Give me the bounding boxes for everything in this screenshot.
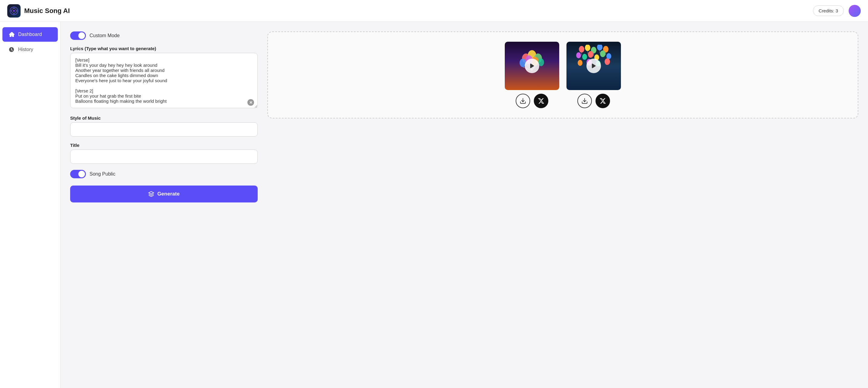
lyrics-label: Lyrics (Type what you want to generate) [70,46,258,51]
style-input[interactable]: Pop [70,122,258,137]
share-x-button-1[interactable] [534,94,548,108]
custom-mode-label: Custom Mode [90,33,120,38]
download-button-1[interactable] [516,94,530,108]
lyrics-input[interactable]: [Verse] Bill it's your day hey hey hey l… [70,53,258,108]
svg-point-30 [600,51,606,57]
custom-mode-toggle[interactable] [70,31,86,40]
song-thumbnail-1[interactable] [505,42,559,90]
play-button-2[interactable] [586,59,601,73]
credits-badge: Credits: 3 [813,5,844,16]
play-icon-2 [591,63,597,69]
app-header: Music Song AI Credits: 3 [0,0,868,22]
main-content: Custom Mode Lyrics (Type what you want t… [61,22,868,388]
main-layout: Dashboard History Custom Mode Lyrics (Ty [0,22,868,388]
sidebar-item-history[interactable]: History [2,42,58,57]
svg-point-27 [582,54,587,60]
generate-icon [148,191,154,197]
results-section [267,31,858,378]
app-title: Music Song AI [24,7,70,15]
song-actions-2 [577,94,610,108]
dashboard-label: Dashboard [18,32,42,37]
sidebar: Dashboard History [0,22,61,388]
custom-mode-row: Custom Mode [70,31,258,40]
title-field-group: Title Happy Birthday For Bill [70,142,258,164]
svg-point-2 [13,10,15,12]
svg-point-24 [597,45,602,51]
generate-button[interactable]: Generate [70,186,258,202]
x-icon-1 [538,98,545,104]
history-label: History [18,47,33,52]
download-icon-1 [520,98,526,104]
svg-point-26 [576,52,581,58]
download-icon-2 [581,98,588,104]
song-public-toggle[interactable] [70,170,86,178]
song-actions-1 [516,94,548,108]
svg-point-22 [585,45,590,51]
download-button-2[interactable] [577,94,592,108]
svg-point-21 [579,46,584,53]
song-public-label: Song Public [90,171,115,177]
play-icon-1 [529,63,535,69]
song-card-1 [505,42,559,108]
header-right: Credits: 3 [813,5,861,17]
svg-point-32 [578,60,583,66]
generate-label: Generate [157,191,180,197]
history-icon [8,46,14,53]
lyrics-wrapper: [Verse] Bill it's your day hey hey hey l… [70,53,258,109]
form-section: Custom Mode Lyrics (Type what you want t… [70,31,258,378]
home-icon [8,31,14,37]
share-x-button-2[interactable] [595,94,610,108]
x-icon-2 [599,98,606,104]
title-input[interactable]: Happy Birthday For Bill [70,150,258,164]
sidebar-item-dashboard[interactable]: Dashboard [2,27,58,42]
song-thumbnail-2[interactable] [566,42,621,90]
results-box [267,31,858,119]
style-field-group: Style of Music Pop [70,116,258,137]
song-public-row: Song Public [70,170,258,178]
play-button-1[interactable] [525,59,539,73]
svg-point-28 [588,51,593,58]
title-label: Title [70,142,258,148]
user-avatar[interactable] [849,5,861,17]
lyrics-clear-button[interactable]: ✕ [247,99,254,106]
svg-point-35 [604,58,610,65]
lyrics-field-group: Lyrics (Type what you want to generate) … [70,46,258,109]
song-card-2 [566,42,621,108]
songs-row [278,42,848,108]
svg-point-31 [607,53,611,59]
style-label: Style of Music [70,116,258,121]
app-icon [7,4,21,18]
header-left: Music Song AI [7,4,70,18]
